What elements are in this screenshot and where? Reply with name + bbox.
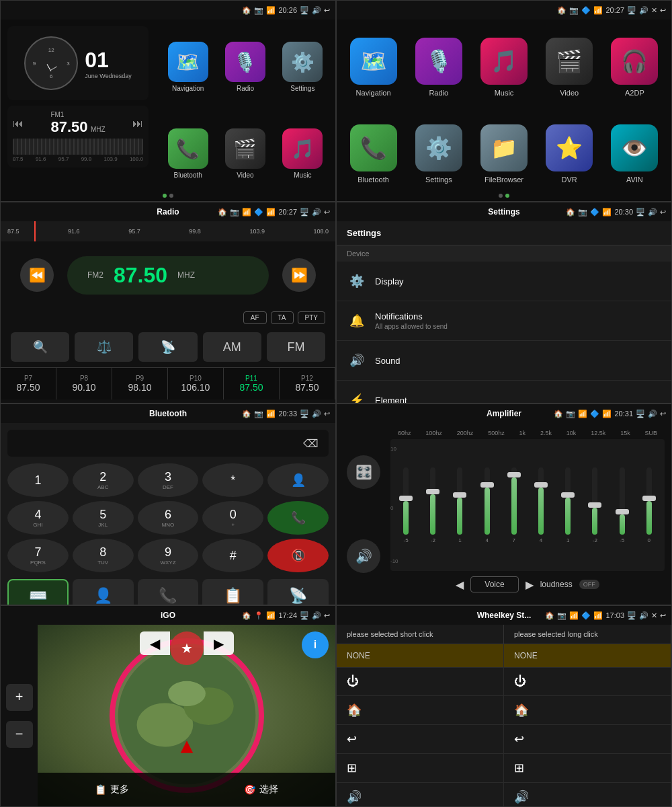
ta-button[interactable]: TA xyxy=(271,311,294,324)
radio-fm-button[interactable]: FM xyxy=(267,332,325,362)
preset-p9[interactable]: P9 98.10 xyxy=(112,368,168,399)
eq-prev-button[interactable]: ◀ xyxy=(456,578,464,591)
dial-delete-button[interactable]: ⌫ xyxy=(303,437,319,450)
eq-bar-100hz[interactable]: -2 xyxy=(430,446,435,564)
app-music-home[interactable]: 🎵 Music xyxy=(277,113,329,194)
setting-sound[interactable]: 🔊 Sound xyxy=(337,341,671,381)
af-button[interactable]: AF xyxy=(243,311,267,324)
app-avin-launcher[interactable]: 👁️ AVIN xyxy=(605,113,665,194)
eq-bar-15k[interactable]: -5 xyxy=(620,446,625,564)
radio-rew-button[interactable]: ⏪ xyxy=(20,258,54,292)
dial-btn-4[interactable]: 4GHI xyxy=(7,501,69,535)
radio-prev-home[interactable]: ⏮ xyxy=(13,118,24,130)
wk-cell-none-short[interactable]: NONE xyxy=(337,644,504,667)
home-icon-p1[interactable]: 🏠 xyxy=(242,6,251,15)
home-icon-p4[interactable]: 🏠 xyxy=(566,208,575,217)
dial-btn-2[interactable]: 2ABC xyxy=(73,463,134,497)
pty-button[interactable]: PTY xyxy=(298,311,325,324)
radio-fwd-button[interactable]: ⏩ xyxy=(282,258,316,292)
dial-btn-6[interactable]: 6MNO xyxy=(138,501,199,535)
setting-element[interactable]: ⚡ Element xyxy=(337,381,671,403)
wk-cell-home-long[interactable]: 🏠 xyxy=(504,696,671,724)
eq-bar-1k[interactable]: 7 xyxy=(511,446,517,564)
home-icon-p7[interactable]: 🏠 xyxy=(242,611,251,620)
notes-tab-button[interactable]: 📋 xyxy=(202,579,263,605)
bt-settings-tab-button[interactable]: 📡 xyxy=(267,579,329,605)
map-area[interactable]: ◀ ★ ▶ i xyxy=(38,625,335,806)
app-a2dp-launcher[interactable]: 🎧 A2DP xyxy=(605,26,665,108)
wk-cell-power-short[interactable]: ⏻ xyxy=(337,668,504,695)
app-dvr-launcher[interactable]: ⭐ DVR xyxy=(540,113,599,194)
dialer-tab-button[interactable]: ⌨️ xyxy=(7,579,69,605)
app-settings-home[interactable]: ⚙️ Settings xyxy=(277,26,329,108)
wk-cell-apps-long[interactable]: ⊞ xyxy=(504,754,671,782)
preset-p12[interactable]: P12 87.50 xyxy=(280,368,335,399)
contacts-tab-button[interactable]: 👤 xyxy=(73,579,134,605)
nav-zoom-out-button[interactable]: − xyxy=(6,721,33,748)
back-icon-p4[interactable]: ↩ xyxy=(660,208,666,217)
radio-search-button[interactable]: 🔍 xyxy=(11,332,69,362)
back-icon-p6[interactable]: ↩ xyxy=(660,410,666,418)
app-video-home[interactable]: 🎬 Video xyxy=(219,113,271,194)
nav-left-arrow[interactable]: ◀ xyxy=(140,631,170,655)
eq-speaker-button[interactable]: 🔊 xyxy=(347,539,380,573)
setting-notifications[interactable]: 🔔 Notifications All apps allowed to send xyxy=(337,301,671,341)
dial-btn-hash[interactable]: # xyxy=(202,539,263,572)
home-icon-p2[interactable]: 🏠 xyxy=(557,6,566,15)
home-icon-p8[interactable]: 🏠 xyxy=(545,611,554,620)
app-settings-launcher[interactable]: ⚙️ Settings xyxy=(409,113,468,194)
preset-p10[interactable]: P10 106.10 xyxy=(168,368,224,399)
dial-call-button[interactable]: 📞 xyxy=(267,501,329,535)
wk-cell-volup-long[interactable]: 🔊 xyxy=(504,783,671,807)
eq-bar-2_5k[interactable]: 4 xyxy=(538,446,544,564)
preset-p8[interactable]: P8 90.10 xyxy=(56,368,112,399)
dial-btn-3[interactable]: 3DEF xyxy=(138,463,199,497)
nav-select-button[interactable]: 🎯 选择 xyxy=(244,783,278,796)
eq-bar-sub[interactable]: 0 xyxy=(646,446,652,564)
back-icon-p5[interactable]: ↩ xyxy=(324,410,330,418)
radio-am-button[interactable]: AM xyxy=(203,332,261,362)
close-icon-p8[interactable]: ✕ xyxy=(651,611,657,620)
wk-cell-back-long[interactable]: ↩ xyxy=(504,725,671,753)
dial-btn-8[interactable]: 8TUV xyxy=(73,539,134,572)
preset-p11[interactable]: P11 87.50 xyxy=(224,368,280,399)
close-icon-p2[interactable]: ✕ xyxy=(651,6,657,15)
dial-btn-9[interactable]: 9WXYZ xyxy=(138,539,199,572)
wk-cell-apps-short[interactable]: ⊞ xyxy=(337,754,504,782)
nav-right-arrow[interactable]: ▶ xyxy=(204,631,234,655)
eq-bar-500hz[interactable]: 4 xyxy=(485,446,490,564)
radio-scan-button[interactable]: 📡 xyxy=(138,332,197,362)
dial-btn-0[interactable]: 0+ xyxy=(202,501,263,535)
dial-hangup-button[interactable]: 📵 xyxy=(267,539,329,572)
app-video-launcher[interactable]: 🎬 Video xyxy=(540,26,599,108)
app-radio-launcher[interactable]: 🎙️ Radio xyxy=(409,26,468,108)
preset-p7[interactable]: P7 87.50 xyxy=(1,368,56,399)
back-icon-p7[interactable]: ↩ xyxy=(324,611,330,620)
wk-cell-none-long[interactable]: NONE xyxy=(504,644,671,667)
app-bluetooth-home[interactable]: 📞 Bluetooth xyxy=(162,113,214,194)
wk-cell-power-long[interactable]: ⏻ xyxy=(504,668,671,695)
home-icon-p3[interactable]: 🏠 xyxy=(218,208,227,217)
back-icon-p1[interactable]: ↩ xyxy=(324,6,330,15)
wk-cell-volup-short[interactable]: 🔊 xyxy=(337,783,504,807)
wk-cell-back-short[interactable]: ↩ xyxy=(337,725,504,753)
app-filebrowser-launcher[interactable]: 📁 FileBrowser xyxy=(474,113,534,194)
eq-bar-10k[interactable]: 1 xyxy=(565,446,571,564)
app-navigation-launcher[interactable]: 🗺️ Navigation xyxy=(343,26,403,108)
wk-cell-home-short[interactable]: 🏠 xyxy=(337,696,504,724)
eq-loudness-toggle[interactable]: OFF xyxy=(579,580,599,589)
nav-zoom-in-button[interactable]: + xyxy=(6,684,33,711)
home-icon-p5[interactable]: 🏠 xyxy=(242,410,251,418)
dial-btn-5[interactable]: 5JKL xyxy=(73,501,134,535)
dial-btn-1[interactable]: 1 xyxy=(7,463,69,497)
eq-bar-200hz[interactable]: 1 xyxy=(457,446,462,564)
app-bluetooth-launcher[interactable]: 📞 Bluetooth xyxy=(343,113,403,194)
eq-bar-12_5k[interactable]: -2 xyxy=(592,446,597,564)
dial-btn-7[interactable]: 7PQRS xyxy=(7,539,69,572)
home-icon-p6[interactable]: 🏠 xyxy=(554,410,563,418)
dial-btn-contacts[interactable]: 👤 xyxy=(267,463,329,497)
setting-display[interactable]: ⚙️ Display xyxy=(337,262,671,301)
nav-more-button[interactable]: 📋 更多 xyxy=(95,783,129,796)
eq-tune-button[interactable]: 🎛️ xyxy=(347,455,380,489)
back-icon-p2[interactable]: ↩ xyxy=(660,6,666,15)
